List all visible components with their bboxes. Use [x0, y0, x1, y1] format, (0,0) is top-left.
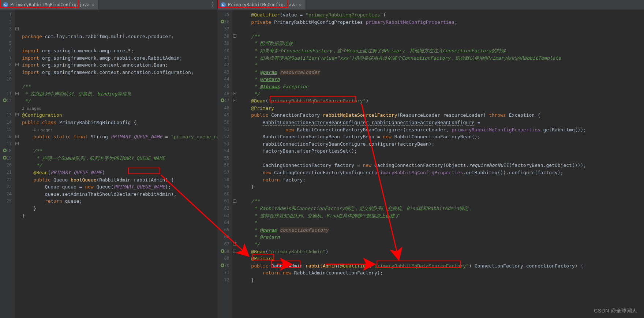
code-left[interactable]: ✓ package com.lhy.train.rabbitmq.multi.s… [20, 10, 217, 318]
left-editor-pane: C PrimaryRabbitMqBindConfig.java × ⋮ 123… [0, 0, 218, 318]
tab-right-file[interactable]: C PrimaryRabbitMqConfig.java × [218, 0, 306, 10]
fold-column-left[interactable]: −−−−−− [15, 10, 20, 318]
java-class-icon: C [221, 2, 226, 7]
tab-left-file[interactable]: C PrimaryRabbitMqBindConfig.java × [0, 0, 99, 10]
code-right[interactable]: @Qualifier(value = "primaryRabbitmqPrope… [237, 10, 644, 318]
editor-left[interactable]: 1234567891011121314151617181920212223242… [0, 10, 217, 318]
svg-point-13 [222, 265, 223, 266]
gutter-left[interactable]: 1234567891011121314151617181920212223242… [0, 10, 15, 318]
java-class-icon: C [3, 2, 8, 7]
close-icon[interactable]: × [92, 2, 95, 8]
gutter-right[interactable]: 3536373839404142434445464748495051525354… [218, 10, 232, 318]
editor-right[interactable]: 3536373839404142434445464748495051525354… [218, 10, 644, 318]
tab-label: PrimaryRabbitMqConfig.java [228, 2, 297, 7]
svg-point-7 [222, 20, 223, 22]
tab-label: PrimaryRabbitMqBindConfig.java [10, 2, 90, 7]
svg-point-5 [4, 157, 5, 158]
tabbar-left: C PrimaryRabbitMqBindConfig.java × ⋮ [0, 0, 217, 10]
tab-overflow-icon[interactable]: ⋮ [208, 0, 217, 10]
svg-point-3 [4, 150, 5, 151]
watermark: CSDN @全球潮人 [594, 308, 637, 314]
svg-point-11 [222, 250, 223, 251]
close-icon[interactable]: × [299, 2, 302, 8]
fold-column-right[interactable]: −−−−−− [232, 10, 237, 318]
svg-point-9 [222, 100, 223, 101]
svg-point-1 [4, 100, 5, 101]
tabbar-right: C PrimaryRabbitMqConfig.java × [218, 0, 644, 10]
right-editor-pane: C PrimaryRabbitMqConfig.java × 353637383… [218, 0, 644, 318]
